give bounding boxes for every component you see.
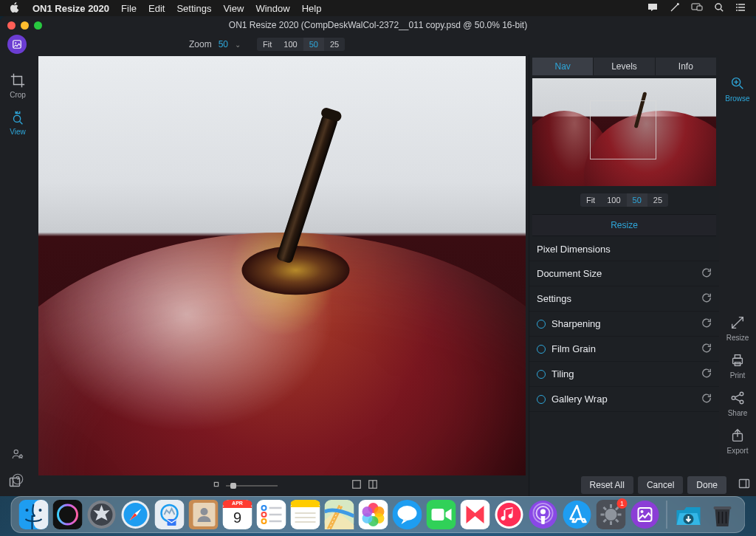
menu-window[interactable]: Window xyxy=(255,3,289,14)
tab-info[interactable]: Info xyxy=(656,58,716,75)
dock-finder-icon[interactable] xyxy=(19,500,49,529)
dock-launchpad-icon[interactable] xyxy=(87,500,117,529)
menubar-search-icon[interactable] xyxy=(713,1,725,16)
panel-row-sharpening[interactable]: Sharpening xyxy=(529,312,719,337)
svg-rect-62 xyxy=(432,509,444,520)
app-logo-icon[interactable] xyxy=(7,35,27,54)
tool-crop[interactable]: Crop xyxy=(10,69,26,102)
dock-photos-icon[interactable] xyxy=(359,500,388,529)
tab-levels[interactable]: Levels xyxy=(594,58,655,75)
zoom-preset-fit[interactable]: Fit xyxy=(257,38,278,51)
reset-icon[interactable] xyxy=(701,267,712,280)
svg-point-40 xyxy=(201,508,208,515)
mode-print[interactable]: Print xyxy=(729,352,746,379)
menu-settings[interactable]: Settings xyxy=(176,3,211,14)
mode-browse[interactable]: Browse xyxy=(725,75,749,103)
menubar-status-icon-2[interactable] xyxy=(669,1,681,16)
reset-icon[interactable] xyxy=(701,368,712,380)
dock-preferences-icon[interactable]: 1 xyxy=(597,500,626,529)
zoom-dropdown-icon[interactable]: ⌄ xyxy=(235,41,241,49)
dock-maps-icon[interactable] xyxy=(325,500,354,529)
mode-resize-label: Resize xyxy=(726,334,749,342)
svg-point-2 xyxy=(715,4,721,10)
zoom-preset-50[interactable]: 50 xyxy=(303,38,324,51)
zoom-preset-100[interactable]: 100 xyxy=(278,38,303,51)
dock-news-icon[interactable] xyxy=(461,500,490,529)
toggle-icon[interactable] xyxy=(537,345,546,354)
window-minimize-button[interactable] xyxy=(21,21,29,30)
dock-safari-icon[interactable] xyxy=(121,500,151,529)
dock-music-icon[interactable] xyxy=(495,500,524,529)
window-zoom-button[interactable] xyxy=(34,21,42,30)
toggle-icon[interactable] xyxy=(537,370,546,379)
zoom-value[interactable]: 50 xyxy=(219,39,228,49)
dock-mail-icon[interactable] xyxy=(155,500,185,529)
mode-export[interactable]: Export xyxy=(727,427,749,455)
menubar-list-icon[interactable] xyxy=(735,1,747,16)
dock-downloads-icon[interactable] xyxy=(674,500,704,529)
panel-row-tiling[interactable]: Tiling xyxy=(529,362,719,387)
panel-row-gallery-wrap[interactable]: Gallery Wrap xyxy=(529,387,719,412)
toggle-icon[interactable] xyxy=(537,395,546,404)
panel-row-label: Pixel Dimensions xyxy=(537,244,611,255)
panel-row-settings[interactable]: Settings xyxy=(529,286,719,312)
image-canvas[interactable] xyxy=(38,56,526,475)
reset-icon[interactable] xyxy=(701,292,712,305)
canvas-area xyxy=(35,55,529,496)
window-close-button[interactable] xyxy=(7,21,16,30)
dock-messages-icon[interactable] xyxy=(393,500,422,529)
menu-edit[interactable]: Edit xyxy=(148,3,165,14)
macos-dock: APR 9 1 xyxy=(11,496,746,533)
bottom-action-bar: Reset All Cancel Done xyxy=(0,474,756,496)
apple-menu-icon[interactable] xyxy=(9,1,21,16)
mode-export-label: Export xyxy=(727,447,749,455)
panel-header-resize[interactable]: Resize xyxy=(532,214,716,236)
panel-row-document-size[interactable]: Document Size xyxy=(529,261,719,286)
nav-preset-100[interactable]: 100 xyxy=(601,193,626,207)
menubar-app-name[interactable]: ON1 Resize 2020 xyxy=(32,3,109,14)
cancel-button[interactable]: Cancel xyxy=(638,476,683,494)
menu-view[interactable]: View xyxy=(223,3,244,14)
svg-point-19 xyxy=(732,396,735,400)
panel-row-pixel-dimensions[interactable]: Pixel Dimensions xyxy=(529,238,719,261)
left-tool-strip: Crop View xyxy=(0,55,35,496)
reset-all-button[interactable]: Reset All xyxy=(581,476,633,494)
user-settings-icon[interactable] xyxy=(11,447,24,462)
tool-view[interactable]: View xyxy=(10,106,26,139)
dock-separator xyxy=(667,501,667,529)
done-button[interactable]: Done xyxy=(687,476,726,494)
dock-calendar-icon[interactable]: APR 9 xyxy=(223,500,252,529)
mode-share[interactable]: Share xyxy=(728,390,748,417)
menu-file[interactable]: File xyxy=(121,3,137,14)
tab-nav[interactable]: Nav xyxy=(532,58,594,75)
dock-on1-icon[interactable] xyxy=(630,500,660,529)
zoom-preset-25[interactable]: 25 xyxy=(324,38,345,51)
dock-contacts-icon[interactable] xyxy=(189,500,219,529)
panel-row-film-grain[interactable]: Film Grain xyxy=(529,337,719,362)
toggle-icon[interactable] xyxy=(537,320,546,329)
panel-row-label: Settings xyxy=(537,293,571,304)
reset-icon[interactable] xyxy=(701,317,712,330)
dock-appstore-icon[interactable] xyxy=(563,500,592,529)
mode-resize[interactable]: Resize xyxy=(726,315,749,342)
nav-preset-25[interactable]: 25 xyxy=(647,193,668,207)
dock-podcasts-icon[interactable] xyxy=(529,500,558,529)
mode-print-label: Print xyxy=(730,371,746,379)
nav-preset-fit[interactable]: Fit xyxy=(580,193,601,207)
toggle-right-panel-icon[interactable] xyxy=(738,478,750,492)
reset-icon[interactable] xyxy=(701,393,712,405)
nav-preset-50[interactable]: 50 xyxy=(627,193,647,207)
dock-facetime-icon[interactable] xyxy=(427,500,456,529)
dock-notes-icon[interactable] xyxy=(291,500,320,529)
menubar-status-icon-1[interactable] xyxy=(647,1,659,16)
dock-siri-icon[interactable] xyxy=(53,500,83,529)
dock-trash-icon[interactable] xyxy=(708,500,738,529)
dock-reminders-icon[interactable] xyxy=(257,500,286,529)
reset-icon[interactable] xyxy=(701,343,712,355)
mode-browse-label: Browse xyxy=(725,95,749,103)
menu-help[interactable]: Help xyxy=(302,3,322,14)
navigator-viewport-rect[interactable] xyxy=(590,100,656,159)
navigator-thumbnail[interactable] xyxy=(532,78,716,186)
menubar-displays-icon[interactable] xyxy=(691,1,703,16)
svg-point-9 xyxy=(14,450,18,453)
